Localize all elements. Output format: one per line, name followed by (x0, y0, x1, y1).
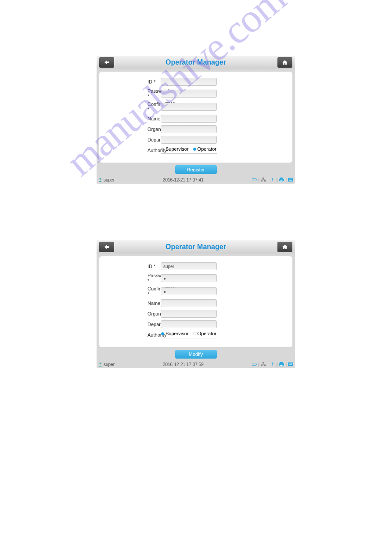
id-input[interactable] (161, 262, 217, 270)
authority-radio-group: Supervisor Operator (161, 146, 217, 154)
separator-icon: | (277, 362, 278, 367)
statusbar: super 2016-12-21 17:07:41 | | | | (97, 176, 295, 184)
svg-rect-40 (288, 363, 293, 366)
user-icon (98, 178, 102, 182)
svg-rect-5 (264, 180, 266, 181)
user-icon (98, 362, 102, 367)
password-label: Password * (108, 273, 161, 283)
radio-icon (193, 148, 196, 151)
usb-icon (270, 362, 275, 366)
svg-rect-14 (280, 178, 283, 179)
confirm-password-input[interactable] (161, 287, 217, 295)
confirm-password-label: Confirm(PW) * (108, 286, 161, 297)
svg-rect-27 (261, 365, 263, 366)
organization-label: Organization (108, 127, 161, 132)
svg-rect-16 (280, 180, 283, 182)
status-datetime: 2016-12-21 17:07:41 (115, 178, 252, 182)
svg-point-23 (100, 363, 101, 364)
svg-point-0 (100, 178, 101, 180)
separator-icon: | (259, 178, 260, 182)
authority-label: Authority (108, 148, 161, 153)
svg-rect-2 (256, 179, 256, 181)
password-input[interactable] (161, 274, 217, 282)
back-button[interactable] (99, 57, 114, 68)
svg-rect-45 (289, 364, 292, 365)
network-icon (261, 178, 266, 182)
separator-icon: | (277, 178, 278, 182)
status-icons: | | | | (252, 362, 293, 367)
supervisor-radio-label: Supervisor (165, 331, 189, 336)
svg-rect-4 (261, 180, 263, 181)
name-input[interactable] (161, 115, 217, 123)
form-panel: ID * Password * Confirm(PW) * Name Organ… (99, 256, 292, 347)
svg-rect-19 (290, 178, 290, 179)
password-label: Password * (108, 88, 161, 99)
department-label: Department (108, 137, 161, 142)
svg-rect-44 (291, 363, 292, 363)
supervisor-radio-label: Supervisor (165, 146, 189, 152)
svg-rect-1 (252, 178, 256, 181)
name-label: Name (108, 301, 161, 306)
svg-rect-42 (290, 363, 290, 363)
modify-button[interactable]: Modify (175, 350, 217, 359)
name-input[interactable] (161, 299, 217, 307)
svg-rect-28 (264, 365, 266, 366)
page-title: Operator Manager (114, 243, 277, 251)
svg-rect-21 (291, 178, 292, 179)
name-label: Name (108, 116, 161, 121)
separator-icon: | (285, 362, 287, 367)
password-input[interactable] (161, 90, 217, 98)
register-button[interactable]: Register (175, 165, 217, 174)
status-icons: | | | | (252, 178, 293, 182)
keyboard-icon (288, 362, 293, 366)
confirm-password-label: Confirm(PW) * (108, 102, 161, 112)
home-icon (282, 60, 288, 65)
supervisor-radio[interactable]: Supervisor (161, 331, 189, 336)
confirm-password-input[interactable] (161, 103, 217, 111)
device-screen-modify: Operator Manager ID * Password * Confirm… (97, 240, 295, 368)
organization-input[interactable] (161, 125, 217, 133)
svg-rect-41 (289, 363, 289, 363)
network-icon (261, 362, 266, 366)
back-button[interactable] (99, 242, 114, 252)
department-input[interactable] (161, 320, 217, 328)
organization-input[interactable] (161, 310, 217, 318)
svg-rect-18 (289, 178, 289, 179)
titlebar: Operator Manager (97, 240, 295, 254)
back-arrow-icon (104, 60, 110, 65)
status-datetime: 2016-12-21 17:07:59 (115, 362, 252, 367)
home-button[interactable] (277, 57, 292, 68)
svg-rect-37 (280, 362, 283, 363)
home-icon (282, 244, 288, 250)
organization-label: Organization (108, 311, 161, 316)
titlebar: Operator Manager (97, 56, 295, 69)
operator-radio-label: Operator (198, 146, 216, 152)
device-screen-register: Operator Manager ID * Password * Confirm… (97, 56, 295, 184)
separator-icon: | (267, 178, 269, 182)
id-label: ID * (108, 264, 161, 269)
page-title: Operator Manager (114, 58, 277, 66)
department-label: Department (108, 322, 161, 327)
radio-icon (161, 148, 164, 151)
status-user: super (104, 178, 115, 182)
back-arrow-icon (104, 244, 110, 250)
id-input[interactable] (161, 78, 217, 86)
svg-rect-20 (291, 178, 291, 179)
svg-rect-43 (291, 363, 291, 363)
operator-radio[interactable]: Operator (193, 146, 216, 152)
supervisor-radio[interactable]: Supervisor (161, 146, 189, 152)
separator-icon: | (267, 362, 269, 367)
operator-radio[interactable]: Operator (193, 331, 216, 336)
battery-icon (252, 362, 257, 366)
usb-icon (270, 178, 275, 182)
svg-rect-24 (252, 363, 256, 365)
department-input[interactable] (161, 136, 217, 144)
home-button[interactable] (277, 242, 292, 252)
authority-radio-group: Supervisor Operator (161, 331, 217, 338)
svg-rect-39 (280, 365, 283, 366)
radio-icon (193, 332, 196, 335)
form-panel: ID * Password * Confirm(PW) * Name Organ… (99, 72, 292, 163)
authority-label: Authority (108, 332, 161, 337)
statusbar: super 2016-12-21 17:07:59 | | | | (97, 360, 295, 368)
printer-icon (279, 178, 284, 182)
